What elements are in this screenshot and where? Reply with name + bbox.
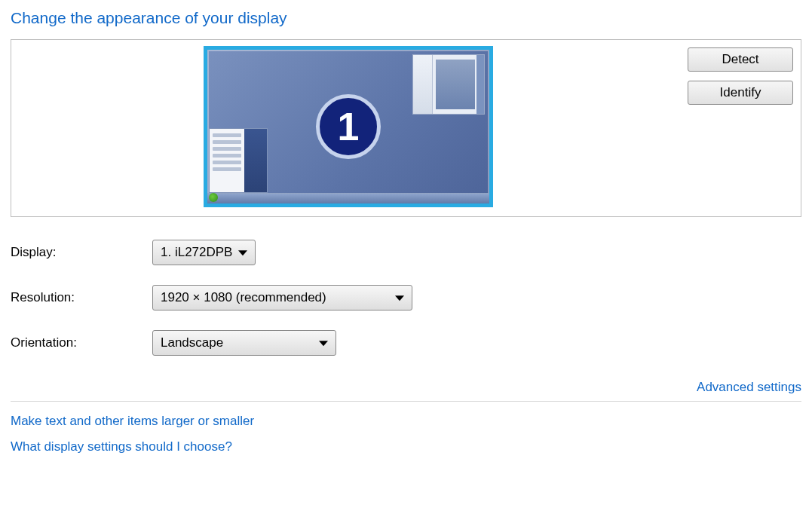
detect-button[interactable]: Detect	[688, 47, 793, 72]
orientation-select[interactable]: Landscape	[152, 330, 336, 356]
display-select[interactable]: 1. iL272DPB	[152, 240, 256, 265]
advanced-settings-link[interactable]: Advanced settings	[697, 380, 801, 394]
monitor-number-badge: 1	[316, 94, 381, 159]
identify-button[interactable]: Identify	[688, 81, 793, 105]
display-label: Display:	[11, 245, 152, 260]
divider	[11, 401, 801, 402]
monitor-preview-start-orb-icon	[209, 193, 218, 202]
text-size-link[interactable]: Make text and other items larger or smal…	[11, 414, 801, 429]
chevron-down-icon	[319, 341, 328, 346]
monitor-preview-window-icon	[412, 54, 485, 115]
orientation-select-value: Landscape	[161, 335, 223, 350]
monitor-preview-taskbar-icon	[207, 193, 489, 203]
monitor-thumbnail[interactable]: 1	[204, 46, 493, 207]
chevron-down-icon	[395, 295, 404, 301]
help-link[interactable]: What display settings should I choose?	[11, 439, 801, 454]
resolution-select-value: 1920 × 1080 (recommended)	[161, 290, 326, 305]
resolution-label: Resolution:	[11, 290, 152, 305]
resolution-select[interactable]: 1920 × 1080 (recommended)	[152, 285, 412, 311]
display-preview-region: 1 Detect Identify	[11, 39, 801, 217]
display-select-value: 1. iL272DPB	[161, 245, 232, 260]
chevron-down-icon	[238, 250, 247, 255]
monitor-preview-startmenu-icon	[209, 128, 268, 193]
orientation-label: Orientation:	[11, 335, 152, 350]
page-title: Change the appearance of your display	[11, 9, 801, 27]
